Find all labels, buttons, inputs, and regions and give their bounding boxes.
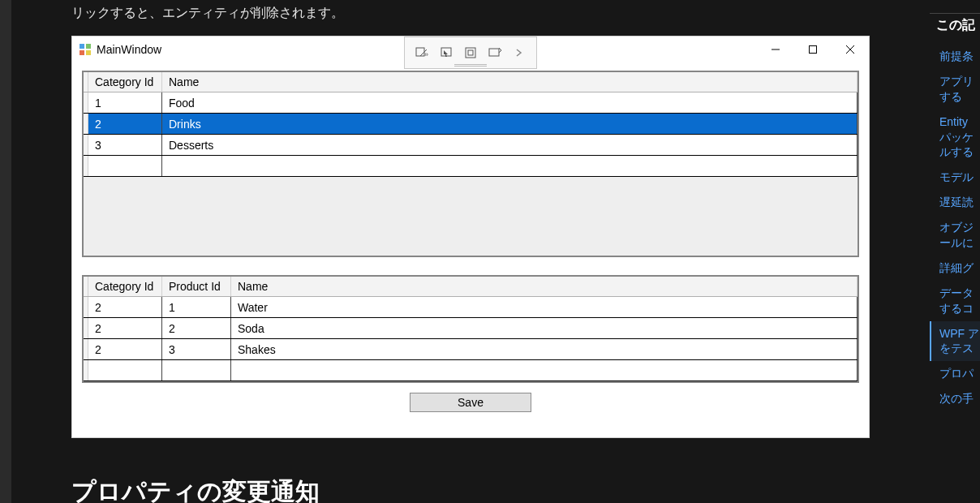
cell-name[interactable]: Desserts [162, 135, 858, 155]
save-button[interactable]: Save [410, 393, 531, 412]
body-paragraph: リックすると、エンティティが削除されます。 [71, 5, 344, 22]
minimize-button[interactable] [757, 37, 794, 62]
titlebar: MainWindow » [72, 37, 869, 62]
svg-rect-8 [466, 48, 475, 58]
toc-link[interactable]: プロパ [930, 361, 980, 386]
products-grid[interactable]: Category Id Product Id Name 21Water22Sod… [82, 275, 859, 383]
app-window: MainWindow » [71, 36, 870, 438]
col-name[interactable]: Name [162, 72, 858, 92]
toc-link[interactable]: 前提条 [930, 44, 980, 69]
svg-rect-9 [468, 50, 473, 55]
new-row-placeholder[interactable] [84, 156, 858, 177]
close-button[interactable] [832, 37, 869, 62]
cell-name[interactable]: Food [162, 92, 858, 113]
debug-toolbar: » [404, 37, 537, 69]
grid-header-row: Category Id Name [84, 72, 858, 92]
window-controls [757, 37, 869, 62]
table-row[interactable]: 21Water [84, 297, 858, 318]
toc-sidebar: この記 前提条アプリ するEntity パッケ ルするモデル遅延読オブジ ールに… [930, 0, 980, 503]
section-heading: プロパティの変更通知 [71, 475, 320, 503]
app-icon [79, 43, 92, 56]
toc-link[interactable]: 詳細グ [930, 256, 980, 281]
cell-category-id[interactable]: 2 [88, 114, 162, 134]
svg-rect-4 [416, 48, 424, 56]
table-row[interactable]: 3Desserts [84, 135, 858, 156]
toc-link[interactable]: Entity パッケ ルする [930, 110, 980, 166]
toc-title: この記 [930, 13, 980, 44]
grid-header-row: Category Id Product Id Name [84, 277, 858, 297]
cell-name[interactable]: Shakes [231, 339, 858, 359]
toc-link[interactable]: オブジ ールに [930, 215, 980, 256]
maximize-button[interactable] [794, 37, 832, 62]
col-category-id[interactable]: Category Id [88, 277, 162, 296]
cell-category-id[interactable]: 2 [88, 318, 162, 338]
cell-category-id[interactable]: 3 [88, 135, 162, 155]
hot-reload-icon[interactable] [484, 42, 506, 63]
cell-category-id[interactable]: 1 [88, 92, 162, 113]
cell-name[interactable]: Drinks [162, 114, 858, 134]
table-row[interactable]: 22Soda [84, 318, 858, 339]
svg-rect-2 [80, 50, 84, 55]
svg-text:»: » [424, 50, 428, 58]
toolbar-grip-icon[interactable] [454, 64, 487, 67]
toc-link[interactable]: アプリ する [930, 69, 980, 110]
cell-product-id[interactable]: 2 [162, 318, 231, 338]
categories-grid[interactable]: Category Id Name 1Food2Drinks3Desserts [82, 71, 859, 257]
col-name[interactable]: Name [231, 277, 858, 296]
cell-category-id[interactable]: 2 [88, 297, 162, 317]
toc-link[interactable]: 遅延読 [930, 190, 980, 215]
select-element-icon[interactable] [435, 42, 458, 63]
table-row[interactable]: 1Food [84, 92, 858, 114]
toc-link[interactable]: WPF ア をテス [930, 321, 980, 362]
toc-link[interactable]: 次の手 [930, 386, 980, 411]
col-category-id[interactable]: Category Id [88, 72, 162, 92]
toolbar-expand-icon[interactable] [508, 42, 531, 63]
svg-rect-3 [86, 50, 91, 55]
cell-category-id[interactable]: 2 [88, 339, 162, 359]
cell-product-id[interactable]: 3 [162, 339, 231, 359]
svg-rect-0 [80, 44, 84, 49]
live-visual-tree-icon[interactable]: » [410, 42, 433, 63]
svg-rect-12 [810, 46, 817, 54]
svg-rect-1 [86, 44, 91, 49]
cell-name[interactable]: Water [231, 297, 858, 317]
cell-product-id[interactable]: 1 [162, 297, 231, 317]
toc-link[interactable]: モデル [930, 165, 980, 190]
window-title: MainWindow [97, 43, 161, 56]
svg-rect-10 [489, 49, 499, 56]
toc-link[interactable]: データ するコ [930, 281, 980, 321]
col-product-id[interactable]: Product Id [162, 277, 231, 296]
left-rail [0, 0, 11, 503]
cell-name[interactable]: Soda [231, 318, 858, 338]
table-row[interactable]: 2Drinks [84, 114, 858, 135]
layout-adorners-icon[interactable] [459, 42, 482, 63]
new-row-placeholder[interactable] [84, 360, 858, 381]
table-row[interactable]: 23Shakes [84, 339, 858, 360]
